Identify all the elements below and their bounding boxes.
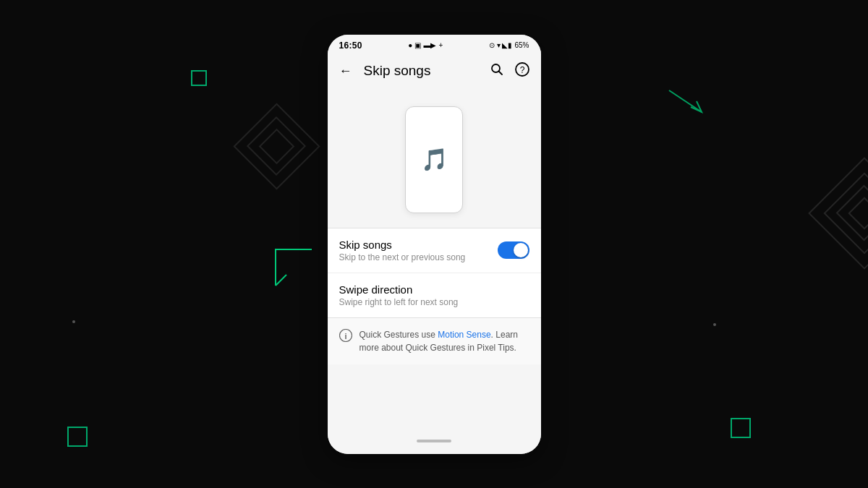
- swipe-direction-setting[interactable]: Swipe direction Swipe right to left for …: [328, 273, 541, 317]
- back-button[interactable]: ←: [336, 61, 355, 82]
- top-bar: ← Skip songs ?: [328, 53, 541, 89]
- battery-percent: 65%: [514, 41, 529, 49]
- info-box: i Quick Gestures use Motion Sense. Learn…: [328, 317, 541, 364]
- svg-line-2: [498, 71, 502, 74]
- info-text-before: Quick Gestures use: [359, 330, 438, 340]
- settings-section: Skip songs Skip to the next or previous …: [328, 228, 541, 317]
- help-button[interactable]: ?: [512, 59, 532, 83]
- illustration-area: 🎵: [328, 89, 541, 228]
- motion-sense-link[interactable]: Motion Sense: [438, 330, 490, 340]
- swipe-direction-text: Swipe direction Swipe right to left for …: [339, 283, 459, 307]
- status-right: ⊙ ▾ ◣▮ 65%: [489, 41, 529, 49]
- media-icon: ▬▶: [423, 41, 436, 49]
- skip-songs-setting[interactable]: Skip songs Skip to the next or previous …: [328, 228, 541, 273]
- search-button[interactable]: [488, 60, 506, 82]
- page-title: Skip songs: [364, 63, 479, 79]
- info-icon: i: [339, 329, 352, 346]
- swipe-direction-title: Swipe direction: [339, 283, 459, 296]
- music-note-icon: 🎵: [421, 147, 448, 172]
- main-content: 🎵 Skip songs Skip to the next or previou…: [328, 89, 541, 434]
- skip-songs-toggle[interactable]: [498, 241, 529, 259]
- bottom-bar: [328, 434, 541, 454]
- status-bar: 16:50 ● ▣ ▬▶ + ⊙ ▾ ◣▮ 65%: [328, 35, 541, 53]
- top-bar-icons: ?: [488, 59, 532, 83]
- swipe-direction-subtitle: Swipe right to left for next song: [339, 297, 459, 307]
- signal-icons: ⊙ ▾ ◣▮: [489, 41, 513, 49]
- home-indicator: [417, 440, 451, 442]
- phone-mockup: 16:50 ● ▣ ▬▶ + ⊙ ▾ ◣▮ 65% ← Skip songs: [328, 35, 541, 454]
- notification-icon: ●: [408, 41, 412, 49]
- info-text-block: Quick Gestures use Motion Sense. Learn m…: [359, 328, 529, 354]
- skip-songs-text: Skip songs Skip to the next or previous …: [339, 239, 466, 262]
- toggle-thumb: [514, 243, 528, 257]
- plus-icon: +: [438, 41, 443, 49]
- mini-phone-illustration: 🎵: [405, 106, 463, 213]
- status-icons: ● ▣ ▬▶ +: [408, 41, 443, 49]
- sim-icon: ▣: [414, 41, 421, 49]
- skip-songs-title: Skip songs: [339, 239, 466, 251]
- svg-text:?: ?: [519, 65, 524, 75]
- status-time: 16:50: [339, 40, 362, 51]
- toggle-track: [498, 241, 529, 259]
- skip-songs-subtitle: Skip to the next or previous song: [339, 252, 466, 262]
- svg-text:i: i: [344, 331, 346, 340]
